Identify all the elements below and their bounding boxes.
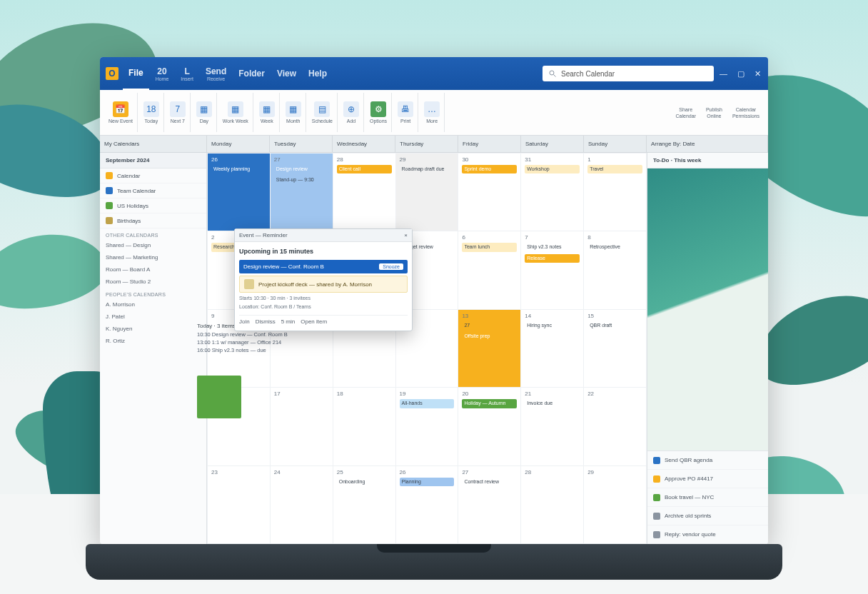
sidebar-subitem[interactable]: Room — Board A [100,263,206,276]
task-row[interactable]: Archive old sprints [647,507,768,525]
calendar-event[interactable]: All-hands [400,399,455,408]
calendar-cell[interactable]: 22 [584,388,646,465]
popup-primary-item[interactable]: Design review — Conf. Room B Snooze [239,260,408,273]
calendar-cell[interactable]: 6Team lunch [458,231,520,308]
calendar-cell[interactable]: 15QBR draft [584,310,646,387]
sidebar-cal-item[interactable]: Team Calendar [100,183,206,198]
calendar-cell[interactable]: 23 [208,466,270,543]
ribbon-today[interactable]: 18 Today [139,93,164,132]
close-icon[interactable]: × [404,232,408,238]
calendar-cell[interactable]: 8Retrospective [584,231,646,308]
calendar-cell[interactable]: 29Roadmap draft due [396,153,458,231]
calendar-cell[interactable]: 20Holiday — Autumn [458,388,520,465]
calendar-event[interactable]: Holiday — Autumn [462,399,517,408]
calendar-event[interactable]: Roadmap draft due [400,165,455,173]
ribbon-month[interactable]: ▦ Month [281,93,306,132]
sidebar-subitem[interactable]: Shared — Design [100,239,206,251]
ribbon-publish[interactable]: Publish Online [702,93,727,132]
task-row[interactable]: Approve PO #4417 [647,470,768,488]
ribbon-week[interactable]: ▦ Week [255,93,280,132]
calendar-cell[interactable]: 28 [521,466,583,543]
calendar-cell[interactable]: 28Client call [333,153,395,231]
calendar-event[interactable]: Invoice due [525,399,580,408]
tab-insert[interactable]: L Insert [175,57,199,90]
calendar-event[interactable]: Offsite prep [462,332,517,341]
ribbon-day[interactable]: ▦ Day [192,93,217,132]
calendar-cell[interactable]: 1327Offsite prep [458,310,520,387]
calendar-event[interactable]: Contract review [462,478,517,486]
calendar-cell[interactable]: 19All-hands [396,388,458,465]
calendar-event[interactable]: Sprint demo [462,165,517,173]
calendar-event[interactable]: Workshop [525,165,580,173]
calendar-event[interactable]: Retrospective [587,243,642,251]
tab-view[interactable]: View [271,57,302,90]
ribbon-next7[interactable]: 7 Next 7 [166,93,191,132]
calendar-event[interactable]: Ship v2.3 notes [525,243,580,251]
calendar-event[interactable]: 27 [462,321,517,330]
calendar-event[interactable]: Design review [274,165,329,173]
ribbon-add[interactable]: ⊕ Add [339,93,364,132]
calendar-event[interactable]: Stand-up — 9:30 [274,176,329,184]
calendar-cell[interactable]: 29 [584,466,646,543]
calendar-event[interactable]: Onboarding [337,478,392,486]
calendar-cell[interactable]: 25Onboarding [333,466,395,543]
calendar-event[interactable]: Weekly planning [211,165,266,173]
calendar-cell[interactable]: 26Weekly planning [208,153,270,231]
tab-home[interactable]: 20 Home [150,57,175,90]
ribbon-workweek[interactable]: ▦ Work Week [218,93,253,132]
calendar-cell[interactable]: 7Ship v2.3 notesRelease [521,231,583,308]
popup-action-dismiss[interactable]: Dismiss [256,318,276,325]
ribbon-options[interactable]: ⚙ Options [365,93,392,132]
calendar-event[interactable]: Hiring sync [525,321,580,330]
ribbon-permissions[interactable]: Calendar Permissions [728,93,764,132]
tab-help[interactable]: Help [303,57,333,90]
calendar-event[interactable]: QBR draft [587,321,642,330]
popup-action-5min[interactable]: 5 min [281,318,296,325]
calendar-cell[interactable]: 1Travel [584,153,646,231]
agenda-row[interactable]: 13:00 1:1 w/ manager — Office 214 [197,338,361,346]
minimize-button[interactable]: — [720,69,727,79]
maximize-button[interactable]: ▢ [737,69,745,79]
tab-send-receive[interactable]: Send Receive [200,57,232,90]
ribbon-schedule[interactable]: ▤ Schedule [308,93,338,132]
tab-file[interactable]: File [123,57,149,90]
search-input[interactable]: Search Calendar [542,66,714,81]
colhead-tue[interactable]: Tuesday [270,136,333,152]
colhead-arrange[interactable]: Arrange By: Date [647,136,768,152]
sidebar-cal-item[interactable]: Calendar [100,168,206,183]
calendar-cell[interactable]: 21Invoice due [521,388,583,465]
sidebar-cal-item[interactable]: US Holidays [100,198,206,213]
task-row[interactable]: Reply: vendor quote [647,525,768,544]
snooze-pill[interactable]: Snooze [379,263,403,270]
sidebar-subitem[interactable]: Room — Studio 2 [100,276,206,288]
calendar-cell[interactable]: 26Planning [396,466,458,543]
colhead-wed[interactable]: Wednesday [333,136,395,152]
agenda-row[interactable]: 10:30 Design review — Conf. Room B [197,331,361,338]
colhead-mon[interactable]: Monday [207,136,270,152]
calendar-cell[interactable]: 14Hiring sync [521,310,583,387]
agenda-row[interactable]: 16:00 Ship v2.3 notes — due [197,346,361,354]
colhead-thu[interactable]: Thursday [395,136,458,152]
calendar-cell[interactable]: 30Sprint demo [458,153,520,231]
colhead-sun[interactable]: Sunday [584,136,647,152]
colhead-sat[interactable]: Saturday [521,136,584,152]
close-button[interactable]: ✕ [755,69,761,79]
sidebar-subitem[interactable]: J. Patel [100,311,206,323]
sidebar-cal-item[interactable]: Birthdays [100,213,206,228]
calendar-event[interactable]: Planning [400,478,455,486]
popup-action-open[interactable]: Open item [301,318,327,325]
calendar-cell[interactable]: 27Contract review [458,466,520,543]
calendar-event[interactable]: Release [525,254,580,263]
sidebar-subitem[interactable]: Shared — Marketing [100,251,206,263]
ribbon-new-event[interactable]: 📅 New Event [104,93,138,132]
sidebar-subitem[interactable]: R. Ortiz [100,335,206,347]
sidebar-month-header[interactable]: September 2024 [100,153,206,168]
ribbon-more[interactable]: … More [420,93,445,132]
ribbon-share[interactable]: Share Calendar [671,93,700,132]
calendar-cell[interactable]: 24 [271,466,333,543]
colhead-sidebar[interactable]: My Calendars [100,136,207,152]
popup-secondary-item[interactable]: Project kickoff deck — shared by A. Morr… [239,276,408,293]
popup-action-join[interactable]: Join [239,318,250,325]
ribbon-print[interactable]: 🖶 Print [393,93,418,132]
calendar-cell[interactable]: 31Workshop [521,153,583,231]
